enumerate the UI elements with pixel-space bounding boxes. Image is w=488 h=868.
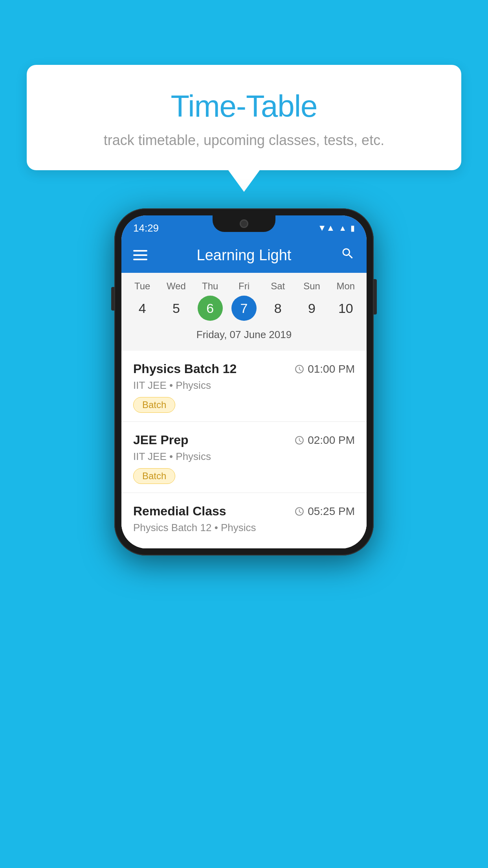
day-name: Thu [202, 281, 218, 292]
phone-outer: 14:29 ▼▲ ▲ ▮ Learning Light [114, 208, 374, 555]
calendar-selected-date: Friday, 07 June 2019 [125, 325, 363, 347]
day-number: 6 [198, 296, 223, 321]
calendar-day-mon[interactable]: Mon10 [330, 281, 361, 321]
schedule-item-title: JEE Prep [133, 433, 189, 447]
phone-notch [213, 215, 275, 232]
calendar-day-sat[interactable]: Sat8 [262, 281, 294, 321]
wifi-icon: ▼▲ [318, 223, 335, 233]
day-name: Fri [238, 281, 250, 292]
schedule-item-time: 02:00 PM [294, 434, 355, 447]
phone-mockup: 14:29 ▼▲ ▲ ▮ Learning Light [114, 208, 374, 555]
schedule-item-header: Physics Batch 12 01:00 PM [133, 362, 355, 376]
clock-icon [294, 506, 305, 517]
calendar-strip: Tue4Wed5Thu6Fri7Sat8Sun9Mon10 Friday, 07… [121, 273, 367, 351]
status-time: 14:29 [133, 222, 159, 234]
calendar-day-fri[interactable]: Fri7 [228, 281, 260, 321]
speech-bubble-container: Time-Table track timetable, upcoming cla… [27, 65, 461, 192]
schedule-item-header: JEE Prep 02:00 PM [133, 433, 355, 447]
app-title: Learning Light [159, 247, 329, 264]
day-number: 4 [130, 296, 155, 321]
front-camera [240, 219, 248, 228]
day-number: 8 [265, 296, 290, 321]
battery-icon: ▮ [350, 223, 355, 233]
schedule-item-header: Remedial Class 05:25 PM [133, 504, 355, 519]
speech-bubble-title: Time-Table [46, 88, 442, 124]
schedule-item-time: 01:00 PM [294, 363, 355, 375]
hamburger-menu-button[interactable] [133, 250, 147, 260]
speech-bubble-tail [228, 170, 260, 192]
schedule-item-time: 05:25 PM [294, 505, 355, 518]
day-number: 7 [231, 296, 257, 321]
day-name: Tue [134, 281, 150, 292]
day-name: Mon [336, 281, 355, 292]
day-name: Sun [303, 281, 320, 292]
batch-badge: Batch [133, 468, 175, 484]
day-name: Wed [167, 281, 186, 292]
schedule-item[interactable]: Remedial Class 05:25 PM Physics Batch 12… [121, 493, 367, 548]
phone-power-button [374, 279, 377, 314]
schedule-list: Physics Batch 12 01:00 PM IIT JEE • Phys… [121, 351, 367, 548]
clock-icon [294, 435, 305, 445]
schedule-item-subtitle: IIT JEE • Physics [133, 379, 355, 392]
schedule-item-title: Physics Batch 12 [133, 362, 237, 376]
search-button[interactable] [341, 246, 355, 264]
phone-screen: 14:29 ▼▲ ▲ ▮ Learning Light [121, 215, 367, 548]
schedule-item[interactable]: JEE Prep 02:00 PM IIT JEE • Physics Batc… [121, 422, 367, 493]
calendar-day-sun[interactable]: Sun9 [296, 281, 328, 321]
schedule-item[interactable]: Physics Batch 12 01:00 PM IIT JEE • Phys… [121, 351, 367, 422]
calendar-day-thu[interactable]: Thu6 [194, 281, 226, 321]
day-number: 9 [299, 296, 325, 321]
schedule-item-title: Remedial Class [133, 504, 226, 519]
speech-bubble: Time-Table track timetable, upcoming cla… [27, 65, 461, 170]
signal-icon: ▲ [339, 224, 347, 233]
calendar-day-tue[interactable]: Tue4 [127, 281, 158, 321]
schedule-item-subtitle: IIT JEE • Physics [133, 451, 355, 463]
schedule-item-subtitle: Physics Batch 12 • Physics [133, 522, 355, 534]
day-name: Sat [271, 281, 285, 292]
batch-badge: Batch [133, 397, 175, 413]
status-icons: ▼▲ ▲ ▮ [318, 223, 355, 233]
calendar-day-wed[interactable]: Wed5 [160, 281, 192, 321]
speech-bubble-subtitle: track timetable, upcoming classes, tests… [46, 132, 442, 149]
calendar-days-row: Tue4Wed5Thu6Fri7Sat8Sun9Mon10 [125, 281, 363, 321]
day-number: 10 [333, 296, 358, 321]
day-number: 5 [163, 296, 189, 321]
app-bar: Learning Light [121, 237, 367, 273]
phone-volume-button [111, 287, 114, 311]
clock-icon [294, 364, 305, 374]
